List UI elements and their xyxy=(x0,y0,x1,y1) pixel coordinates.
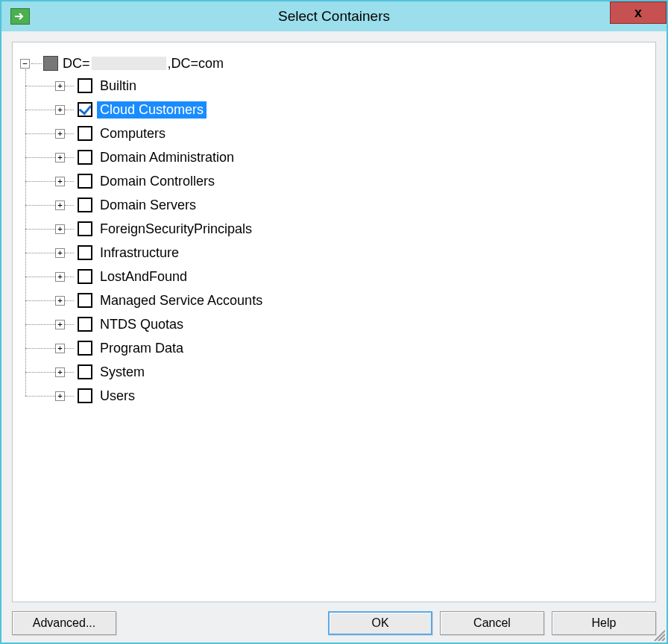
tree-item-label[interactable]: Domain Controllers xyxy=(97,173,218,190)
tree-branch: + xyxy=(25,288,60,312)
tree-checkbox[interactable] xyxy=(78,78,92,93)
tree-checkbox[interactable] xyxy=(78,341,92,356)
cancel-button[interactable]: Cancel xyxy=(440,611,544,635)
tree-item-label[interactable]: Computers xyxy=(97,125,168,142)
tree-branch: + xyxy=(25,98,60,121)
tree-branch: + xyxy=(25,169,60,193)
tree-connector xyxy=(65,396,74,397)
tree-item-label[interactable]: Users xyxy=(97,388,138,405)
root-label-suffix: ,DC=com xyxy=(168,56,224,72)
tree-branch: + xyxy=(25,74,60,98)
tree-checkbox[interactable] xyxy=(78,245,92,260)
root-checkbox-indeterminate[interactable] xyxy=(43,56,58,71)
expand-toggle[interactable]: + xyxy=(55,81,65,91)
tree-connector xyxy=(65,110,74,110)
root-label-prefix: DC= xyxy=(63,56,90,72)
tree-item[interactable]: +Builtin xyxy=(25,74,648,98)
tree-connector xyxy=(65,277,74,277)
tree-item-label[interactable]: NTDS Quotas xyxy=(97,316,186,333)
tree-connector xyxy=(65,372,74,373)
ok-button[interactable]: OK xyxy=(328,611,432,635)
tree-checkbox[interactable] xyxy=(78,364,92,379)
tree-item[interactable]: +Domain Administration xyxy=(25,145,648,169)
tree-connector xyxy=(65,86,74,86)
tree-connector xyxy=(65,324,74,325)
tree-item-label[interactable]: Builtin xyxy=(97,78,139,95)
tree-item[interactable]: +Domain Servers xyxy=(25,193,648,217)
tree-checkbox[interactable] xyxy=(78,126,92,141)
tree-item-label[interactable]: ForeignSecurityPrincipals xyxy=(97,221,255,238)
expand-toggle[interactable]: + xyxy=(55,177,65,186)
tree-branch: + xyxy=(25,312,60,336)
tree-item-label[interactable]: Cloud Customers xyxy=(97,101,207,119)
svg-line-2 xyxy=(662,638,665,641)
tree-item[interactable]: +NTDS Quotas xyxy=(25,312,648,336)
expand-toggle[interactable]: + xyxy=(55,105,65,115)
tree-checkbox[interactable] xyxy=(78,174,92,189)
tree-item[interactable]: +ForeignSecurityPrincipals xyxy=(25,217,648,241)
tree-checkbox[interactable] xyxy=(78,388,92,403)
tree-connector xyxy=(65,133,74,134)
expand-toggle[interactable]: + xyxy=(55,272,65,282)
tree-checkbox[interactable] xyxy=(78,269,92,284)
tree-checkbox[interactable] xyxy=(78,317,92,332)
tree-checkbox[interactable] xyxy=(78,150,92,165)
expand-toggle[interactable]: + xyxy=(55,248,65,258)
expand-toggle[interactable]: + xyxy=(55,153,65,162)
titlebar: Select Containers x xyxy=(1,1,667,31)
tree-root-row[interactable]: − DC= ,DC=com xyxy=(20,53,648,74)
tree-branch: + xyxy=(25,121,60,145)
expand-toggle[interactable]: + xyxy=(55,344,65,353)
expand-toggle[interactable]: + xyxy=(55,201,65,210)
root-label[interactable]: DC= ,DC=com xyxy=(63,56,224,72)
window-title: Select Containers xyxy=(1,8,667,25)
tree-checkbox[interactable] xyxy=(78,102,92,117)
tree-item-label[interactable]: Program Data xyxy=(97,340,186,357)
client-area: − DC= ,DC=com +Builtin+Cloud Customers+C… xyxy=(1,31,667,643)
tree-item-label[interactable]: LostAndFound xyxy=(97,268,190,285)
resize-grip[interactable] xyxy=(652,628,665,641)
tree-checkbox[interactable] xyxy=(78,198,92,212)
tree-branch: + xyxy=(25,384,60,408)
tree-item[interactable]: +Program Data xyxy=(25,336,648,360)
tree-branch: + xyxy=(25,360,60,384)
expand-toggle[interactable]: + xyxy=(55,224,65,234)
tree-panel[interactable]: − DC= ,DC=com +Builtin+Cloud Customers+C… xyxy=(12,42,656,602)
tree-item-label[interactable]: Domain Servers xyxy=(97,197,199,214)
tree-item[interactable]: +Users xyxy=(25,384,648,408)
tree-item-label[interactable]: Infrastructure xyxy=(97,244,182,262)
tree-connector xyxy=(65,181,74,182)
tree-connector xyxy=(65,205,74,206)
expand-toggle[interactable]: + xyxy=(55,320,65,329)
app-icon xyxy=(10,8,30,25)
tree-item[interactable]: +System xyxy=(25,360,648,384)
tree-item[interactable]: +Managed Service Accounts xyxy=(25,288,648,312)
expand-toggle[interactable]: + xyxy=(55,391,65,401)
expand-toggle[interactable]: + xyxy=(55,367,65,377)
tree-item[interactable]: +Cloud Customers xyxy=(25,98,648,121)
tree-item[interactable]: +LostAndFound xyxy=(25,265,648,288)
tree-checkbox[interactable] xyxy=(78,293,92,308)
tree-item-label[interactable]: Managed Service Accounts xyxy=(97,292,265,309)
close-button[interactable]: x xyxy=(610,1,667,24)
tree-item[interactable]: +Infrastructure xyxy=(25,241,648,265)
tree-branch: + xyxy=(25,217,60,241)
advanced-button[interactable]: Advanced... xyxy=(12,611,116,635)
tree-item-label[interactable]: System xyxy=(97,364,148,381)
close-icon: x xyxy=(634,5,642,21)
tree-item-label[interactable]: Domain Administration xyxy=(97,149,237,166)
tree-checkbox[interactable] xyxy=(78,221,92,236)
expand-toggle[interactable]: + xyxy=(55,129,65,139)
collapse-toggle[interactable]: − xyxy=(20,59,30,69)
dialog-window: Select Containers x − DC= ,DC=com +Built… xyxy=(0,0,668,644)
tree-branch: + xyxy=(25,193,60,217)
tree-branch: + xyxy=(25,336,60,360)
expand-toggle[interactable]: + xyxy=(55,296,65,306)
tree-item[interactable]: +Domain Controllers xyxy=(25,169,648,193)
root-label-redacted xyxy=(92,57,166,70)
tree-connector xyxy=(65,300,74,301)
button-row: Advanced... OK Cancel Help xyxy=(12,602,656,635)
tree-connector xyxy=(65,348,74,349)
tree-item[interactable]: +Computers xyxy=(25,121,648,145)
help-button[interactable]: Help xyxy=(552,611,656,635)
